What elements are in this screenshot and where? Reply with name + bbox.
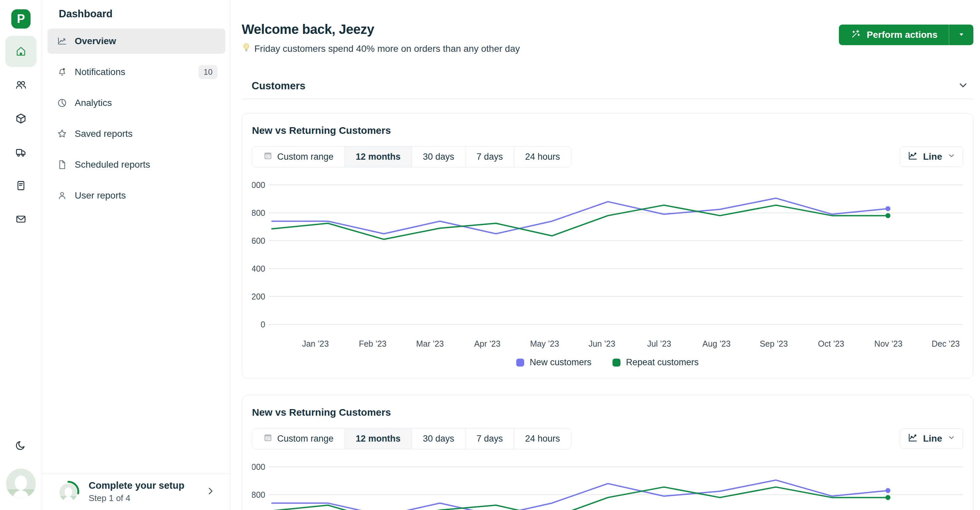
range-12-months-button[interactable]: 12 months [345, 428, 412, 449]
rail-home-button[interactable] [5, 36, 37, 67]
customers-section-header: Customers [242, 80, 974, 99]
section-collapse-button[interactable] [958, 80, 969, 92]
range-label: 12 months [356, 434, 401, 444]
sidebar-item-label: Notifications [75, 67, 126, 77]
range-30-days-button[interactable]: 30 days [412, 147, 466, 167]
sidebar-item-notifications[interactable]: Notifications 10 [48, 59, 226, 84]
svg-text:1000: 1000 [252, 180, 265, 190]
range-custom-button[interactable]: Custom range [252, 147, 345, 167]
date-range-segmented-control: Custom range 12 months 30 days 7 days 24… [252, 428, 571, 449]
card-title: New vs Returning Customers [252, 125, 963, 136]
card-title: New vs Returning Customers [252, 407, 963, 418]
setup-title: Complete your setup [89, 480, 184, 491]
legend-label: New customers [530, 357, 591, 368]
users-icon [15, 79, 27, 91]
rail-customers-button[interactable] [5, 69, 37, 100]
range-custom-button[interactable]: Custom range [252, 428, 345, 449]
svg-text:Dec ’23: Dec ’23 [932, 339, 960, 348]
page-greeting: Welcome back, Jeezy [242, 22, 520, 37]
user-avatar[interactable] [4, 467, 38, 500]
sidebar-item-analytics[interactable]: Analytics [48, 90, 226, 116]
rail-products-button[interactable] [5, 103, 37, 134]
section-title: Customers [251, 80, 305, 92]
range-label: 30 days [423, 152, 455, 162]
range-label: Custom range [277, 152, 334, 162]
rail-shipping-button[interactable] [5, 137, 37, 168]
legend-swatch [612, 359, 620, 367]
line-chart-icon [57, 36, 67, 46]
notes-icon [15, 180, 27, 191]
sidebar-title: Dashboard [42, 0, 230, 29]
chevron-right-icon [205, 486, 215, 497]
range-label: 24 hours [525, 152, 560, 162]
sidebar-item-saved-reports[interactable]: Saved reports [48, 121, 226, 147]
range-label: 30 days [423, 434, 455, 444]
sidebar-item-user-reports[interactable]: User reports [48, 183, 226, 208]
insight-tip-text: Friday customers spend 40% more on order… [254, 43, 520, 54]
chart-legend: New customers Repeat customers [252, 357, 963, 370]
chevron-down-icon [947, 433, 955, 444]
sidebar-item-label: Saved reports [75, 129, 132, 139]
svg-text:Aug ’23: Aug ’23 [702, 339, 731, 348]
svg-text:May ’23: May ’23 [530, 339, 559, 348]
home-icon [15, 46, 27, 57]
range-30-days-button[interactable]: 30 days [412, 428, 466, 449]
svg-text:0: 0 [261, 320, 265, 329]
sidebar-item-scheduled-reports[interactable]: Scheduled reports [48, 152, 226, 177]
perform-actions-split-button: Perform actions [839, 25, 974, 45]
range-7-days-button[interactable]: 7 days [465, 147, 514, 167]
file-icon [57, 159, 67, 170]
svg-text:Oct ’23: Oct ’23 [818, 339, 844, 348]
range-label: 24 hours [525, 434, 560, 444]
chart-card-2: New vs Returning Customers Custom [242, 395, 974, 510]
legend-swatch [516, 359, 524, 367]
svg-text:400: 400 [252, 264, 265, 273]
sidebar-item-label: Overview [75, 36, 116, 46]
magic-wand-icon [850, 29, 861, 41]
chevron-down-icon [947, 151, 955, 162]
mail-icon [15, 213, 27, 225]
line-chart-icon [908, 433, 918, 445]
range-label: 7 days [476, 152, 503, 162]
user-icon [57, 190, 67, 201]
perform-actions-dropdown[interactable] [949, 25, 974, 45]
line-chart: 02004006008001000Jan ’23Feb ’23Mar ’23Ap… [252, 459, 963, 510]
svg-text:Mar ’23: Mar ’23 [416, 339, 444, 348]
range-7-days-button[interactable]: 7 days [465, 428, 514, 449]
perform-actions-button[interactable]: Perform actions [839, 25, 949, 45]
chart-type-label: Line [923, 151, 942, 162]
sidebar-item-label: User reports [75, 190, 126, 201]
chart-type-select[interactable]: Line [900, 428, 963, 449]
legend-repeat-customers[interactable]: Repeat customers [612, 357, 698, 368]
caret-down-icon [957, 30, 966, 40]
sidebar-item-label: Scheduled reports [75, 159, 150, 170]
sidebar-item-label: Analytics [75, 97, 112, 108]
svg-text:Jun ’23: Jun ’23 [589, 339, 616, 348]
rail-messages-button[interactable] [5, 204, 37, 235]
date-range-segmented-control: Custom range 12 months 30 days 7 days 24… [252, 146, 571, 167]
setup-step-label: Step 1 of 4 [89, 493, 184, 504]
theme-toggle-button[interactable] [5, 430, 37, 461]
svg-text:1000: 1000 [252, 462, 265, 472]
range-24-hours-button[interactable]: 24 hours [514, 428, 571, 449]
svg-text:Jan ’23: Jan ’23 [302, 339, 329, 348]
range-label: Custom range [277, 434, 334, 444]
app-logo: P [11, 9, 30, 29]
svg-text:800: 800 [252, 208, 265, 217]
range-12-months-button[interactable]: 12 months [345, 147, 412, 167]
sidebar-item-overview[interactable]: Overview [48, 29, 226, 54]
bell-icon [57, 67, 67, 77]
setup-progress-banner[interactable]: Complete your setup Step 1 of 4 [42, 473, 230, 510]
line-chart: 02004006008001000Jan ’23Feb ’23Mar ’23Ap… [252, 177, 963, 356]
svg-text:800: 800 [252, 490, 265, 499]
range-24-hours-button[interactable]: 24 hours [514, 147, 571, 167]
calendar-icon [263, 151, 272, 163]
svg-text:Apr ’23: Apr ’23 [474, 339, 500, 348]
icon-rail: P [0, 0, 42, 510]
rail-reports-button[interactable] [5, 170, 37, 201]
line-chart-icon [908, 151, 918, 163]
notification-count-badge: 10 [199, 65, 218, 79]
legend-new-customers[interactable]: New customers [516, 357, 591, 368]
chart-type-select[interactable]: Line [900, 147, 963, 167]
chevron-down-icon [958, 87, 969, 92]
